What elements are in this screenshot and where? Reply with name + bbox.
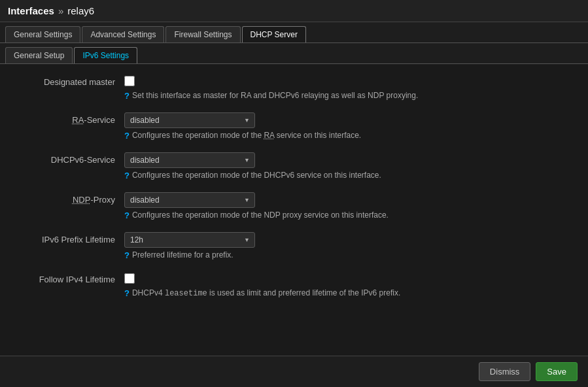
label-follow-ipv4-lifetime: Follow IPv4 Lifetime [13, 272, 124, 284]
row-designated-master: Designated master ? Set this interface a… [13, 75, 575, 101]
field-designated-master: ? Set this interface as master for RA an… [124, 75, 575, 101]
label-ipv6-prefix-lifetime: IPv6 Prefix Lifetime [13, 232, 124, 244]
select-wrapper-ipv6-prefix-lifetime: 12h 1h 2h 6h 24h 48h infinite [124, 232, 255, 248]
content-area: Designated master ? Set this interface a… [0, 64, 588, 320]
tab-dhcp-server[interactable]: DHCP Server [242, 26, 306, 42]
help-ipv6-prefix-lifetime: ? Preferred lifetime for a prefix. [124, 250, 575, 260]
label-designated-master: Designated master [13, 75, 124, 87]
tab-general-settings[interactable]: General Settings [5, 26, 80, 42]
save-button[interactable]: Save [536, 362, 578, 381]
field-follow-ipv4-lifetime: ? DHCPv4 leasetime is used as limit and … [124, 272, 575, 298]
help-icon-ra-service[interactable]: ? [124, 131, 130, 141]
label-ra-service: RA-Service [13, 112, 124, 125]
field-ndp-proxy: disabled relay hybrid ? Configures the o… [124, 192, 575, 220]
row-ra-service: RA-Service disabled server relay hybrid … [13, 112, 575, 141]
header-title: Interfaces [8, 5, 54, 16]
help-icon-dhcpv6-service[interactable]: ? [124, 171, 130, 180]
row-dhcpv6-service: DHCPv6-Service disabled server relay hyb… [13, 152, 575, 180]
help-icon-ipv6-prefix-lifetime[interactable]: ? [124, 250, 130, 260]
row-follow-ipv4-lifetime: Follow IPv4 Lifetime ? DHCPv4 leasetime … [13, 272, 575, 298]
help-designated-master: ? Set this interface as master for RA an… [124, 91, 575, 101]
header-subtitle: relay6 [67, 5, 94, 16]
select-ipv6-prefix-lifetime[interactable]: 12h 1h 2h 6h 24h 48h infinite [124, 232, 255, 248]
tab-advanced-settings[interactable]: Advanced Settings [82, 26, 164, 42]
select-wrapper-ra-service: disabled server relay hybrid [124, 112, 255, 128]
help-icon-ndp-proxy[interactable]: ? [124, 210, 130, 220]
help-dhcpv6-service: ? Configures the operation mode of the D… [124, 171, 575, 180]
row-ipv6-prefix-lifetime: IPv6 Prefix Lifetime 12h 1h 2h 6h 24h 48… [13, 232, 575, 260]
select-dhcpv6-service[interactable]: disabled server relay hybrid [124, 152, 255, 168]
footer-bar: Dismiss Save [0, 356, 588, 387]
help-icon-designated-master[interactable]: ? [124, 91, 130, 101]
tab-ipv6-settings[interactable]: IPv6 Settings [74, 47, 137, 63]
help-icon-follow-ipv4-lifetime[interactable]: ? [124, 288, 130, 298]
select-wrapper-ndp-proxy: disabled relay hybrid [124, 192, 255, 208]
page-header: Interfaces » relay6 [0, 0, 588, 22]
tab-general-setup[interactable]: General Setup [5, 47, 73, 63]
tab-firewall-settings[interactable]: Firewall Settings [165, 26, 240, 42]
help-follow-ipv4-lifetime: ? DHCPv4 leasetime is used as limit and … [124, 288, 575, 298]
header-separator: » [58, 5, 63, 16]
field-ra-service: disabled server relay hybrid ? Configure… [124, 112, 575, 141]
row-ndp-proxy: NDP-Proxy disabled relay hybrid ? Config… [13, 192, 575, 220]
main-tab-bar: General Settings Advanced Settings Firew… [0, 22, 588, 43]
select-wrapper-dhcpv6-service: disabled server relay hybrid [124, 152, 255, 168]
select-ra-service[interactable]: disabled server relay hybrid [124, 112, 255, 128]
dismiss-button[interactable]: Dismiss [479, 362, 531, 381]
label-ndp-proxy: NDP-Proxy [13, 192, 124, 205]
field-ipv6-prefix-lifetime: 12h 1h 2h 6h 24h 48h infinite ? Preferre… [124, 232, 575, 260]
select-ndp-proxy[interactable]: disabled relay hybrid [124, 192, 255, 208]
label-dhcpv6-service: DHCPv6-Service [13, 152, 124, 165]
help-ndp-proxy: ? Configures the operation mode of the N… [124, 210, 575, 220]
field-dhcpv6-service: disabled server relay hybrid ? Configure… [124, 152, 575, 180]
help-ra-service: ? Configures the operation mode of the R… [124, 131, 575, 141]
checkbox-designated-master[interactable] [124, 76, 135, 86]
sub-tab-bar: General Setup IPv6 Settings [0, 43, 588, 64]
checkbox-follow-ipv4-lifetime[interactable] [124, 273, 135, 284]
